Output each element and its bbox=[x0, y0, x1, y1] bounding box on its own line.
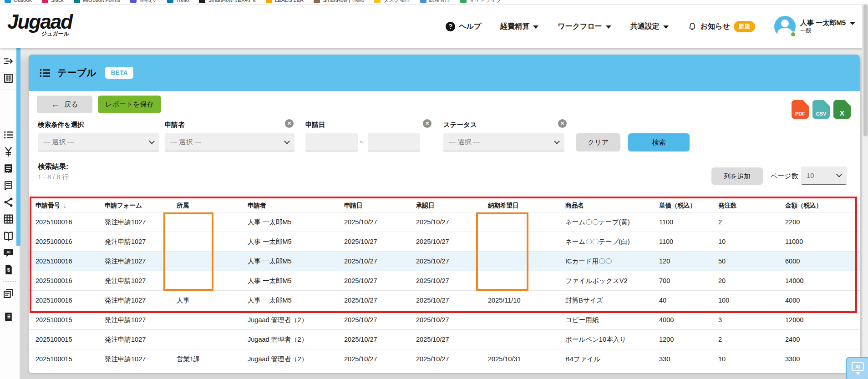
applicant-select[interactable]: --- 選択 --- bbox=[165, 133, 294, 152]
save-report-button[interactable]: レポートを保存 bbox=[98, 96, 161, 113]
table-row[interactable]: 2025100016発注申請1027人事 一太郎M52025/10/272025… bbox=[29, 271, 860, 290]
table-header-row: 申請番号↓申請フォーム所属申請者申請日承認日納期希望日商品名単価（税込）発注数金… bbox=[29, 199, 860, 212]
table-cell: 2025/10/27 bbox=[409, 355, 481, 363]
sidebar-receipt-icon[interactable] bbox=[3, 163, 14, 174]
bookmark-item[interactable]: SmartHow【EX4】e bbox=[199, 0, 256, 4]
table-cell: 発注申請1027 bbox=[98, 296, 170, 305]
chevron-down-icon bbox=[533, 25, 538, 29]
table-row[interactable]: 2025100015発注申請1027Jugaad 管理者（2）2025/10/2… bbox=[29, 310, 860, 329]
scrollbar-thumb[interactable] bbox=[863, 5, 868, 136]
clear-date-filter-icon[interactable]: ✕ bbox=[423, 119, 431, 128]
column-header[interactable]: 申請フォーム bbox=[98, 202, 170, 210]
clear-status-filter-icon[interactable]: ✕ bbox=[558, 119, 567, 128]
date-to-input[interactable] bbox=[368, 133, 420, 152]
svg-text:AI: AI bbox=[6, 250, 10, 254]
sidebar-scrollbar-thumb[interactable] bbox=[16, 48, 20, 246]
bookmark-item[interactable]: Slack bbox=[42, 0, 64, 3]
table-row[interactable]: 2025100016発注申請1027人事 一太郎M52025/10/272025… bbox=[29, 251, 860, 271]
table-row[interactable]: 2025100015発注申請1027営業1課Jugaad 管理者（2）2025/… bbox=[29, 349, 860, 369]
bookmark-favicon bbox=[130, 0, 137, 3]
table-list-icon bbox=[39, 67, 51, 79]
column-header[interactable]: 単価（税込） bbox=[652, 202, 711, 210]
bookmark-item[interactable]: SmartHow | Trello bbox=[314, 0, 364, 3]
table-cell: ボールペン10本入り bbox=[558, 335, 652, 344]
table-cell: 700 bbox=[652, 277, 711, 284]
nav-notifications[interactable]: お知らせ 新規 bbox=[688, 21, 755, 32]
table-cell: 人事 一太郎M5 bbox=[241, 238, 337, 246]
table-cell: 1100 bbox=[652, 238, 711, 245]
nav-expenses[interactable]: 経費精算 bbox=[500, 22, 538, 31]
table-cell: 10 bbox=[711, 238, 778, 245]
table-cell: 2025/10/27 bbox=[337, 277, 409, 284]
table-row[interactable]: 2025100016発注申請1027人事人事 一太郎M52025/10/2720… bbox=[29, 290, 860, 310]
back-button[interactable]: ← 戻る bbox=[37, 96, 92, 113]
bookmark-item[interactable]: Microsoft Forms bbox=[74, 0, 120, 3]
logo-text: Jugaad bbox=[7, 12, 72, 32]
clear-button[interactable]: クリア bbox=[576, 133, 620, 152]
user-menu[interactable]: 人事 一太郎M5 一般 bbox=[774, 16, 855, 37]
column-header[interactable]: 金額（税込） bbox=[778, 202, 860, 210]
sidebar-list-icon[interactable] bbox=[3, 129, 14, 141]
table-cell: 2025/10/27 bbox=[409, 258, 481, 265]
nav-help[interactable]: ? ヘルプ bbox=[446, 22, 481, 31]
export-x-icon[interactable]: X bbox=[833, 100, 851, 119]
filter-status-label: ステータス bbox=[443, 121, 477, 129]
export-pdf-icon[interactable]: PDF bbox=[792, 100, 809, 119]
table-row[interactable]: 2025100016発注申請1027人事 一太郎M52025/10/272025… bbox=[29, 232, 860, 251]
table-row[interactable]: 2025100015発注申請1027Jugaad 管理者（2）2025/10/2… bbox=[29, 329, 860, 349]
nav-workflow[interactable]: ワークフロー bbox=[558, 22, 611, 31]
column-header[interactable]: 申請日 bbox=[337, 202, 409, 210]
sidebar-book-open-icon[interactable] bbox=[3, 230, 14, 242]
app-header: Jugaad ジュガール ? ヘルプ 経費精算 ワークフロー 共通設定 お知らせ… bbox=[0, 5, 868, 48]
bookmark-item[interactable]: タスク整理 bbox=[374, 0, 410, 4]
column-header[interactable]: 納期希望日 bbox=[481, 202, 558, 210]
sidebar-ai-chat-icon[interactable]: AI bbox=[3, 247, 14, 258]
nav-common-settings-label: 共通設定 bbox=[630, 22, 660, 31]
clear-applicant-filter-icon[interactable]: ✕ bbox=[285, 119, 294, 128]
condition-select[interactable]: --- 選択 --- bbox=[38, 133, 159, 152]
bookmark-item[interactable]: Trello bbox=[167, 0, 189, 3]
back-arrow-icon: ← bbox=[51, 100, 60, 110]
chevron-down-icon bbox=[284, 138, 290, 144]
bookmark-item[interactable]: 朝礼(サ bbox=[130, 0, 157, 4]
table-cell: 2025100015 bbox=[29, 355, 98, 363]
sidebar-grid-icon[interactable] bbox=[3, 213, 14, 225]
sidebar-invoice-icon[interactable]: $ bbox=[3, 264, 14, 275]
add-column-button[interactable]: 列を追加 bbox=[711, 167, 763, 185]
filter-condition-label: 検索条件を選択 bbox=[38, 121, 84, 129]
nav-common-settings[interactable]: 共通設定 bbox=[630, 22, 669, 31]
help-icon: ? bbox=[446, 22, 455, 31]
bookmark-item[interactable]: マイドライブ bbox=[460, 0, 502, 4]
sidebar-book-icon[interactable] bbox=[3, 311, 14, 323]
table-cell: 100 bbox=[711, 297, 778, 304]
table-row[interactable]: 2025100016発注申請1027人事 一太郎M52025/10/272025… bbox=[29, 212, 860, 232]
sidebar-yen-icon[interactable] bbox=[3, 146, 14, 157]
svg-text:$: $ bbox=[7, 267, 10, 273]
page-size-select[interactable]: 10 bbox=[801, 167, 847, 185]
search-button[interactable]: 検索 bbox=[628, 133, 690, 152]
page-title: テーブル bbox=[57, 66, 96, 79]
column-header[interactable]: 発注数 bbox=[711, 202, 778, 210]
table-cell: ICカード用〇〇 bbox=[558, 257, 652, 266]
bookmark-item[interactable]: LEADS LER bbox=[266, 0, 304, 3]
bookmark-item[interactable]: Outlook bbox=[5, 0, 32, 3]
app-logo[interactable]: Jugaad ジュガール bbox=[7, 12, 72, 38]
ai-assistant-button[interactable]: AI bbox=[846, 357, 868, 379]
status-select[interactable]: --- 選択 --- bbox=[443, 133, 564, 152]
sidebar-expand-icon[interactable] bbox=[3, 56, 14, 67]
bookmark-item[interactable]: 総務管理 bbox=[420, 0, 450, 4]
table-cell: 2025/10/27 bbox=[337, 316, 409, 323]
column-header[interactable]: 商品名 bbox=[558, 202, 652, 210]
column-header[interactable]: 申請番号↓ bbox=[29, 202, 98, 210]
column-header[interactable]: 申請者 bbox=[241, 202, 337, 210]
browser-scrollbar[interactable] bbox=[862, 0, 868, 379]
column-header[interactable]: 承認日 bbox=[409, 202, 481, 210]
sidebar-building-icon[interactable] bbox=[3, 72, 14, 84]
export-csv-icon[interactable]: CSV bbox=[812, 100, 830, 119]
sidebar-share-icon[interactable] bbox=[3, 197, 14, 208]
sidebar-journal-icon[interactable] bbox=[3, 180, 14, 191]
column-header[interactable]: 所属 bbox=[170, 202, 241, 210]
table-cell: 20 bbox=[711, 277, 778, 284]
sidebar-stack-icon[interactable] bbox=[3, 288, 14, 299]
date-from-input[interactable] bbox=[305, 133, 358, 152]
